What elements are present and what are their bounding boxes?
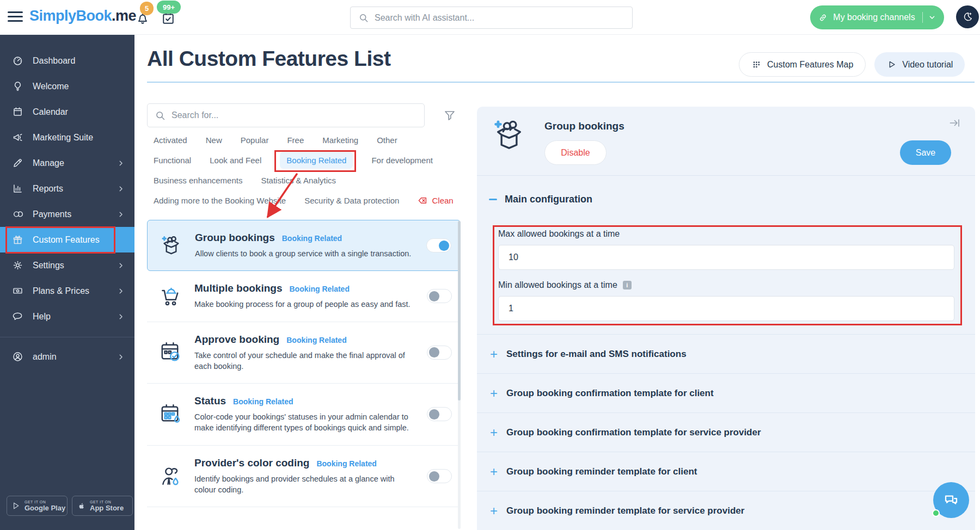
plus-icon — [489, 504, 498, 517]
sidebar-item[interactable]: Calendar — [0, 99, 134, 125]
feature-category-tag[interactable]: Booking Related — [316, 459, 376, 468]
filter-chip-label: Look and Feel — [210, 156, 261, 165]
save-button[interactable]: Save — [900, 140, 951, 165]
payments-icon — [12, 208, 23, 220]
app-logo[interactable]: SimplyBook.me — [29, 8, 136, 24]
sidebar-item-label: Calendar — [33, 107, 125, 117]
filter-chip[interactable]: Business enhancements — [154, 176, 242, 185]
feature-category-tag[interactable]: Booking Related — [233, 397, 293, 406]
filter-chip[interactable]: New — [206, 135, 222, 145]
sidebar-item[interactable]: Marketing Suite — [0, 125, 134, 150]
sidebar-item[interactable]: Settings — [0, 252, 134, 278]
accordion-section[interactable]: Settings for e-mail and SMS notification… — [477, 335, 975, 374]
filter-chip-label: Other — [377, 135, 397, 145]
filter-chip-label: Popular — [241, 135, 269, 145]
feature-list-item[interactable]: Provider's color coding Booking Related … — [147, 446, 461, 508]
custom-features-map-button[interactable]: Custom Features Map — [739, 52, 866, 77]
filter-chip[interactable]: Clean — [418, 195, 453, 206]
sidebar-item-label: Help — [33, 312, 108, 322]
help-icon — [12, 311, 23, 322]
sidebar-item[interactable]: Manage — [0, 150, 134, 176]
booking-channels-label: My booking channels — [833, 13, 915, 22]
main-configuration-title: Main configuration — [505, 194, 592, 205]
booking-channels-button[interactable]: My booking channels — [810, 5, 944, 29]
feature-toggle[interactable] — [427, 469, 452, 483]
bookings-badge: 99+ — [157, 1, 181, 14]
accordion-section[interactable]: Group booking confirmation template for … — [477, 374, 975, 413]
feature-toggle[interactable] — [427, 407, 452, 421]
moon-icon — [961, 11, 973, 23]
feature-list-item[interactable]: Group bookings Booking Related Allow cli… — [147, 220, 461, 271]
feature-search-bar — [147, 103, 425, 127]
filter-chip[interactable]: Functional — [154, 156, 191, 165]
filter-chip[interactable]: Other — [377, 135, 397, 145]
page: SimplyBook.me 5 99+ My booking channels … — [0, 0, 980, 530]
dark-mode-toggle[interactable] — [956, 5, 979, 28]
accordion-section[interactable]: Group booking reminder template for clie… — [477, 452, 975, 491]
sidebar-item-admin[interactable]: admin — [0, 344, 134, 369]
list-scrollbar[interactable] — [458, 221, 461, 529]
disable-button[interactable]: Disable — [544, 140, 607, 165]
filter-chip[interactable]: Statistics & Analytics — [261, 176, 336, 185]
plans-icon — [12, 285, 23, 297]
filter-chip[interactable]: Adding more to the Booking Website — [154, 196, 286, 205]
feature-description: Make booking process for a group of peop… — [194, 299, 416, 310]
dashboard-icon — [12, 55, 23, 66]
feature-list-item[interactable]: Approve booking Booking Related Take con… — [147, 322, 461, 384]
chat-online-dot — [932, 509, 940, 517]
feature-search-input[interactable] — [171, 110, 424, 120]
feature-list-item[interactable]: Status Booking Related Color-code your b… — [147, 384, 461, 446]
filter-chip-label: Booking Related — [286, 156, 346, 165]
filter-chip-label: New — [206, 135, 222, 145]
video-tutorial-button[interactable]: Video tutorial — [874, 52, 965, 77]
filter-chip[interactable]: Marketing — [322, 135, 358, 145]
plus-icon — [489, 426, 498, 439]
sidebar-item[interactable]: Welcome — [0, 73, 134, 99]
config-field: Max allowed bookings at a time i — [498, 227, 954, 270]
button-divider — [922, 12, 923, 23]
collapse-panel-icon[interactable] — [948, 116, 961, 130]
main-configuration-header[interactable]: Main configuration — [489, 194, 592, 205]
feature-title: Approve booking — [194, 334, 279, 346]
brand-blue: SimplyBook — [29, 8, 112, 24]
feature-category-tag[interactable]: Booking Related — [286, 336, 346, 344]
config-input[interactable] — [498, 245, 954, 270]
sidebar-item[interactable]: Reports — [0, 176, 134, 201]
filter-chip[interactable]: For development — [371, 156, 433, 165]
sidebar-item-label: Plans & Prices — [33, 286, 108, 296]
feature-category-tag[interactable]: Booking Related — [282, 234, 342, 243]
filter-chip[interactable]: Free — [287, 135, 304, 145]
sidebar-item[interactable]: Custom Features — [0, 227, 134, 252]
filter-chip[interactable]: Booking Related — [280, 152, 353, 169]
feature-toggle[interactable] — [427, 289, 452, 303]
filter-chip[interactable]: Popular — [241, 135, 269, 145]
accordion-section[interactable]: Group booking confirmation template for … — [477, 413, 975, 452]
sidebar-item[interactable]: Plans & Prices — [0, 278, 134, 304]
sidebar-item[interactable]: Help — [0, 304, 134, 329]
sidebar-item[interactable]: Payments — [0, 201, 134, 227]
filter-chip[interactable]: Activated — [154, 135, 187, 145]
accordion-title: Group booking reminder template for clie… — [506, 466, 697, 477]
filter-chip-label: Adding more to the Booking Website — [154, 196, 286, 205]
scrollbar-thumb[interactable] — [458, 221, 461, 400]
feature-category-tag[interactable]: Booking Related — [290, 285, 350, 293]
app-store-badge[interactable]: GET IT ON App Store — [72, 496, 133, 516]
hamburger-menu-icon[interactable] — [8, 11, 23, 23]
feature-toggle[interactable] — [426, 238, 451, 252]
chevron-down-icon[interactable] — [928, 13, 936, 22]
filter-chip-label: Functional — [154, 156, 191, 165]
config-input[interactable] — [498, 296, 954, 321]
welcome-icon — [12, 81, 23, 92]
app-store-badge[interactable]: GET IT ON Google Play — [7, 496, 68, 516]
feature-toggle[interactable] — [427, 346, 452, 360]
filter-chip-label: For development — [371, 156, 433, 165]
filter-funnel-icon[interactable] — [443, 109, 456, 122]
sidebar-item[interactable]: Dashboard — [0, 48, 134, 73]
feature-list-item[interactable]: Multiple bookings Booking Related Make b… — [147, 271, 461, 322]
ai-search-input[interactable] — [375, 13, 632, 23]
accordion-section[interactable]: Group booking reminder template for serv… — [477, 491, 975, 530]
filter-chip[interactable]: Look and Feel — [210, 156, 261, 165]
info-icon[interactable]: i — [623, 281, 632, 289]
filter-chip[interactable]: Security & Data protection — [304, 196, 399, 205]
page-title: All Custom Features List — [147, 47, 390, 71]
